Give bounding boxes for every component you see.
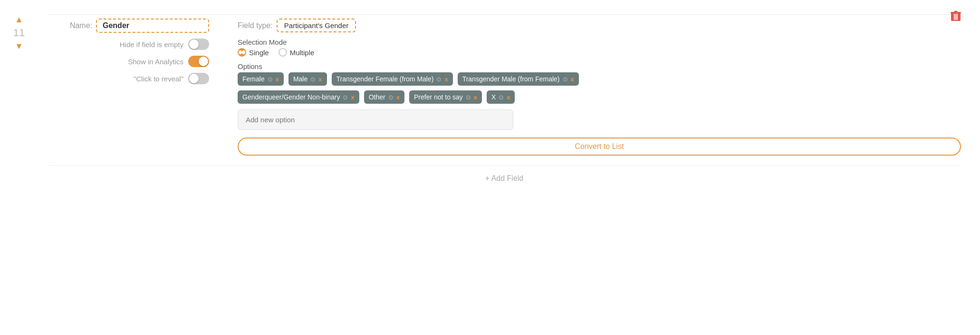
option-tag-x-text: X: [491, 93, 496, 101]
delete-button[interactable]: [951, 10, 961, 25]
name-label: Name:: [70, 21, 92, 30]
single-radio[interactable]: Single: [238, 48, 269, 57]
left-col: Name: Hide if field is empty Show i: [48, 19, 209, 84]
option-trans-male-drag-icon[interactable]: ⊙: [563, 76, 568, 83]
click-to-reveal-toggle[interactable]: [188, 73, 209, 84]
option-female-remove[interactable]: x: [276, 76, 279, 83]
field-type-value[interactable]: Participant's Gender: [277, 19, 356, 32]
right-col: Field type: Participant's Gender Selecti…: [238, 19, 961, 156]
multiple-radio-circle: [279, 48, 287, 57]
option-tag-genderqueer: Genderqueer/Gender Non-binary ⊙ x: [238, 90, 359, 104]
arrow-down-button[interactable]: ▼: [12, 41, 26, 51]
single-radio-label: Single: [249, 49, 269, 57]
option-prefer-not-drag-icon[interactable]: ⊙: [466, 94, 471, 101]
click-to-reveal-thumb: [189, 74, 199, 83]
options-container: Female ⊙ x Male ⊙ x Transgender Fema: [238, 72, 665, 104]
single-radio-circle: [238, 48, 246, 57]
option-tag-prefer-not: Prefer not to say ⊙ x: [409, 90, 482, 104]
add-field-label: + Add Field: [485, 174, 524, 182]
show-in-analytics-toggle[interactable]: [188, 56, 209, 67]
option-other-drag-icon[interactable]: ⊙: [388, 94, 394, 101]
row-number-col: ▲ 11 ▼: [0, 10, 38, 51]
trash-icon: [951, 10, 961, 22]
selection-mode-row: Single Multiple: [238, 48, 961, 57]
option-tag-genderqueer-text: Genderqueer/Gender Non-binary: [242, 93, 340, 101]
option-tag-x: X ⊙ x: [487, 90, 515, 104]
option-tag-male-text: Male: [293, 75, 307, 83]
field-row: Name: Hide if field is empty Show i: [48, 19, 961, 156]
main-content: Name: Hide if field is empty Show i: [38, 10, 980, 192]
options-title: Options: [238, 62, 961, 70]
option-tag-prefer-not-text: Prefer not to say: [414, 93, 463, 101]
click-to-reveal-label: "Click to reveal": [134, 75, 183, 83]
field-type-label: Field type:: [238, 21, 273, 30]
show-in-analytics-row: Show in Analytics: [128, 56, 209, 67]
option-tag-trans-male-text: Transgender Male (from Female): [462, 75, 560, 83]
hide-if-empty-label: Hide if field is empty: [120, 40, 183, 49]
option-x-remove[interactable]: x: [507, 94, 510, 101]
selection-mode-section: Selection Mode Single Multiple: [238, 38, 961, 57]
name-input[interactable]: [96, 19, 209, 33]
name-row: Name:: [70, 19, 209, 33]
option-female-drag-icon[interactable]: ⊙: [268, 76, 273, 83]
hide-if-empty-row: Hide if field is empty: [120, 39, 209, 50]
options-section: Options Female ⊙ x Male ⊙ x: [238, 62, 961, 104]
option-male-drag-icon[interactable]: ⊙: [310, 76, 316, 83]
selection-mode-title: Selection Mode: [238, 38, 961, 46]
option-trans-male-remove[interactable]: x: [571, 76, 574, 83]
option-tag-trans-male: Transgender Male (from Female) ⊙ x: [458, 72, 579, 86]
option-tag-other-text: Other: [369, 93, 385, 101]
option-tag-male: Male ⊙ x: [288, 72, 327, 86]
convert-to-list-button[interactable]: Convert to List: [238, 138, 961, 156]
show-in-analytics-label: Show in Analytics: [128, 58, 183, 66]
hide-if-empty-toggle[interactable]: [188, 39, 209, 50]
option-tag-female-text: Female: [242, 75, 265, 83]
hide-if-empty-thumb: [189, 39, 199, 49]
option-other-remove[interactable]: x: [396, 94, 400, 101]
option-tag-other: Other ⊙ x: [364, 90, 404, 104]
option-tag-female: Female ⊙ x: [238, 72, 284, 86]
multiple-radio[interactable]: Multiple: [279, 48, 315, 57]
option-genderqueer-remove[interactable]: x: [351, 94, 354, 101]
option-male-remove[interactable]: x: [318, 76, 322, 83]
multiple-radio-label: Multiple: [290, 49, 315, 57]
add-field-row[interactable]: + Add Field: [48, 165, 961, 187]
click-to-reveal-row: "Click to reveal": [134, 73, 209, 84]
option-genderqueer-drag-icon[interactable]: ⊙: [343, 94, 348, 101]
svg-rect-2: [951, 12, 961, 13]
option-prefer-not-remove[interactable]: x: [474, 94, 477, 101]
arrow-up-button[interactable]: ▲: [12, 14, 26, 25]
show-in-analytics-thumb: [199, 57, 208, 66]
option-tag-trans-female-text: Transgender Female (from Male): [336, 75, 434, 83]
option-trans-female-remove[interactable]: x: [444, 76, 448, 83]
add-option-input[interactable]: [238, 109, 513, 130]
field-type-row: Field type: Participant's Gender: [238, 19, 961, 32]
row-number: 11: [13, 27, 25, 39]
option-x-drag-icon[interactable]: ⊙: [499, 94, 504, 101]
option-trans-female-drag-icon[interactable]: ⊙: [436, 76, 442, 83]
option-tag-trans-female: Transgender Female (from Male) ⊙ x: [332, 72, 453, 86]
